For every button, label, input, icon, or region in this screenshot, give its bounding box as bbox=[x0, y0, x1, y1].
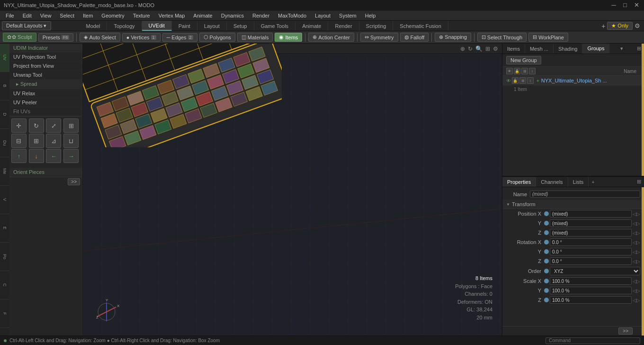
maximize-button[interactable]: □ bbox=[621, 1, 629, 9]
menu-item-system[interactable]: System bbox=[335, 12, 360, 19]
vtab-d[interactable]: D bbox=[0, 100, 9, 129]
sculpt-button[interactable]: ✿ ✿ Sculpt bbox=[3, 33, 36, 42]
arrow-down-icon[interactable]: ↓ bbox=[29, 149, 44, 163]
properties-tab[interactable]: Properties bbox=[502, 177, 536, 187]
menu-item-view[interactable]: View bbox=[36, 12, 55, 19]
more-button[interactable]: >> bbox=[68, 178, 80, 185]
props-action-button[interactable]: >> bbox=[618, 327, 633, 335]
position-z-input[interactable] bbox=[550, 229, 632, 236]
checker-icon[interactable]: ⊞ bbox=[29, 134, 44, 148]
order-select[interactable]: XYZ XZY YXZ YZX ZXY ZYX bbox=[550, 267, 640, 275]
unwrap-tool-item[interactable]: Unwrap Tool bbox=[9, 71, 82, 80]
auto-select-button[interactable]: ◈ Auto Select bbox=[80, 33, 120, 42]
uv-projection-tool-item[interactable]: UV Projection Tool bbox=[9, 53, 82, 62]
vtab-c[interactable]: C bbox=[0, 271, 9, 300]
viewport-layout-icon[interactable]: ⊞ bbox=[485, 45, 490, 52]
select-through-button[interactable]: ⊡ Select Through bbox=[477, 33, 527, 42]
transform-tool-icon[interactable]: ⊞ bbox=[63, 118, 79, 133]
items-tab[interactable]: Items bbox=[502, 44, 525, 54]
close-button[interactable]: ✕ bbox=[633, 1, 640, 9]
menu-item-geometry[interactable]: Geometry bbox=[98, 12, 128, 19]
lists-tab[interactable]: Lists bbox=[568, 177, 589, 187]
layout-dropdown[interactable]: Default Layouts ▾ bbox=[2, 21, 51, 30]
add-tab-button[interactable]: + bbox=[589, 177, 597, 187]
rotation-y-input[interactable] bbox=[550, 248, 632, 255]
vtab-f[interactable]: F bbox=[0, 300, 9, 328]
rotation-x-input[interactable] bbox=[550, 238, 632, 246]
rotate-tool-icon[interactable]: ↻ bbox=[29, 118, 44, 133]
menu-item-file[interactable]: File bbox=[2, 12, 18, 19]
mode-tab-topology[interactable]: Topology bbox=[107, 21, 142, 31]
props-expand-icon[interactable]: ⊞ bbox=[634, 177, 644, 187]
grid-icon[interactable]: ⊟ bbox=[11, 134, 27, 148]
vtab-mes[interactable]: Me bbox=[0, 157, 9, 186]
udim-indicator-item[interactable]: UDIM Indicator bbox=[9, 44, 82, 53]
materials-button[interactable]: ◫ Materials bbox=[237, 33, 273, 42]
fit-uvs-item[interactable]: Fit UVs bbox=[9, 107, 82, 116]
scale-z-input[interactable] bbox=[550, 296, 632, 304]
vtab-uv[interactable]: UV bbox=[0, 44, 9, 72]
scale-y-slider-icon[interactable]: ◁▷ bbox=[633, 288, 640, 293]
menu-item-help[interactable]: Help bbox=[361, 12, 380, 19]
lock-col-icon[interactable]: 🔒 bbox=[514, 68, 520, 74]
orient-pieces-item[interactable]: Orient Pieces bbox=[9, 168, 82, 177]
name-property-input[interactable] bbox=[530, 191, 640, 198]
mode-tab-paint[interactable]: Paint bbox=[172, 21, 197, 31]
vtab-b[interactable]: B bbox=[0, 72, 9, 100]
vtab-pol[interactable]: Po bbox=[0, 243, 9, 271]
position-z-slider-icon[interactable]: ◁▷ bbox=[633, 230, 640, 236]
info-col-icon[interactable]: i bbox=[529, 68, 536, 74]
command-input[interactable] bbox=[546, 337, 640, 344]
mode-tab-model[interactable]: Model bbox=[80, 21, 107, 31]
viewport[interactable]: Perspective Default Ray GL: Off ⊕ ↻ 🔍 ⊞ … bbox=[83, 44, 502, 336]
mode-tab-animate[interactable]: Animate bbox=[295, 21, 328, 31]
mode-tab-scripting[interactable]: Scripting bbox=[359, 21, 394, 31]
vtab-du[interactable]: Du bbox=[0, 129, 9, 157]
snapping-button[interactable]: ⊕ Snapping bbox=[435, 33, 471, 42]
eye-col-icon[interactable]: 👁 bbox=[506, 68, 513, 74]
groups-tab[interactable]: Groups bbox=[582, 44, 609, 54]
vertices-button[interactable]: ● Vertices 1 bbox=[122, 33, 161, 42]
polygons-button[interactable]: ⬡ Polygons bbox=[199, 33, 235, 42]
viewport-settings-icon[interactable]: ⚙ bbox=[493, 45, 498, 52]
action-center-button[interactable]: ⊕ Action Center bbox=[308, 33, 354, 42]
group-extra-icon[interactable]: i bbox=[527, 77, 534, 84]
arrow-left-icon[interactable]: ← bbox=[46, 149, 61, 163]
menu-item-item[interactable]: Item bbox=[79, 12, 97, 19]
menu-item-layout[interactable]: Layout bbox=[311, 12, 334, 19]
mode-tab-setup[interactable]: Setup bbox=[227, 21, 254, 31]
menu-item-animate[interactable]: Animate bbox=[189, 12, 216, 19]
rotation-y-slider-icon[interactable]: ◁▷ bbox=[633, 249, 640, 254]
navigation-cube[interactable]: Y X Z bbox=[92, 298, 121, 326]
menu-item-texture[interactable]: Texture bbox=[129, 12, 154, 19]
uv-relax-item[interactable]: UV Relax bbox=[9, 89, 82, 98]
mesh-tab[interactable]: Mesh ... bbox=[525, 44, 554, 54]
minimize-button[interactable]: ─ bbox=[610, 1, 617, 9]
group-list-item[interactable]: 👁 🔒 ⊞ i + NYX_Ultimate_Utopia_Sh ... bbox=[502, 76, 644, 86]
viewport-zoom-icon[interactable]: 🔍 bbox=[475, 45, 483, 52]
menu-item-select[interactable]: Select bbox=[56, 12, 78, 19]
scale-z-slider-icon[interactable]: ◁▷ bbox=[633, 298, 640, 303]
work-plane-button[interactable]: ⊟ WorkPlane bbox=[528, 33, 568, 42]
extra-col-icon[interactable]: ⊞ bbox=[521, 68, 528, 74]
group-eye-icon[interactable]: 👁 bbox=[506, 78, 511, 83]
rotation-z-input[interactable] bbox=[550, 257, 632, 265]
new-group-button[interactable]: New Group bbox=[506, 56, 541, 64]
group-expand-icon[interactable]: + bbox=[537, 78, 539, 83]
viewport-fit-icon[interactable]: ⊕ bbox=[460, 45, 465, 52]
menu-item-maxtomodo[interactable]: MaxToModo bbox=[274, 12, 310, 19]
project-from-view-item[interactable]: Project from View bbox=[9, 62, 82, 71]
arrow-right-icon[interactable]: → bbox=[63, 149, 79, 163]
edges-button[interactable]: ─ Edges 2 bbox=[162, 33, 197, 42]
rotation-x-slider-icon[interactable]: ◁▷ bbox=[633, 240, 640, 245]
move-tool-icon[interactable]: ✛ bbox=[11, 118, 27, 133]
viewport-canvas[interactable]: 8 Items Polygons : Face Channels: 0 Defo… bbox=[83, 54, 502, 336]
position-x-input[interactable] bbox=[550, 210, 632, 218]
falloff-button[interactable]: ◍ Falloff bbox=[400, 33, 429, 42]
symmetry-button[interactable]: ⇔ Symmetry bbox=[360, 33, 398, 42]
mode-tab-render[interactable]: Render bbox=[328, 21, 359, 31]
scale-x-slider-icon[interactable]: ◁▷ bbox=[633, 279, 640, 284]
right-panel-dropdown-icon[interactable]: ▾ bbox=[617, 44, 626, 54]
presets-button[interactable]: Presets F6 bbox=[38, 33, 74, 42]
settings-icon[interactable]: ⚙ bbox=[635, 22, 640, 29]
